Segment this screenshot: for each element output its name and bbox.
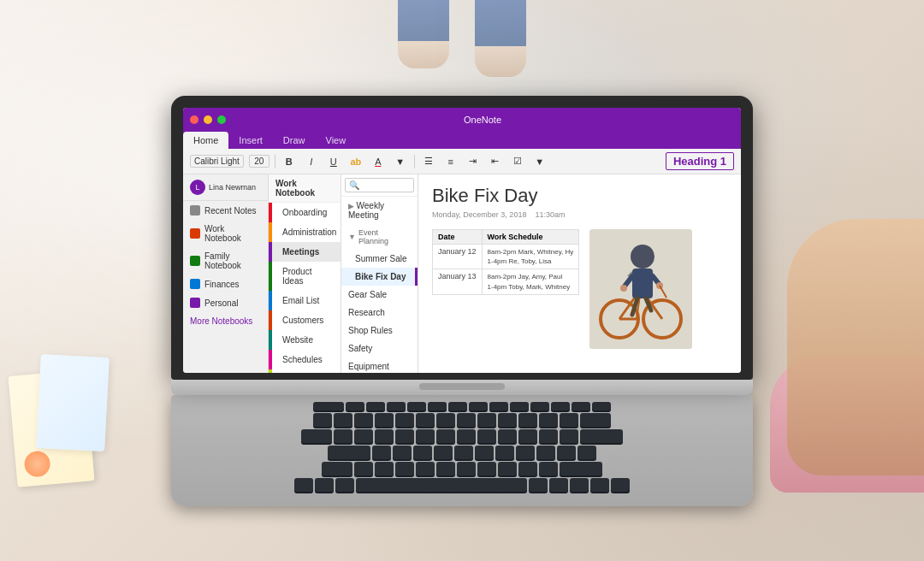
f6-key[interactable] — [448, 402, 467, 410]
power-key[interactable] — [592, 402, 611, 410]
sidebar-item-finances[interactable]: Finances — [183, 275, 268, 293]
7-key[interactable] — [457, 413, 476, 427]
sidebar-item-work[interactable]: Work Notebook — [183, 220, 268, 247]
3-key[interactable] — [375, 413, 394, 427]
6-key[interactable] — [436, 413, 455, 427]
c-key[interactable] — [395, 462, 414, 475]
pages-search-input[interactable] — [345, 178, 414, 192]
z-key[interactable] — [354, 462, 373, 475]
k-key[interactable] — [516, 446, 535, 459]
f9-key[interactable] — [510, 402, 529, 410]
rshift-key[interactable] — [560, 462, 602, 475]
page-summer-sale[interactable]: Summer Sale — [341, 250, 418, 268]
section-meetings[interactable]: Meetings — [269, 242, 341, 262]
section-onboarding[interactable]: Onboarding — [269, 203, 341, 222]
highlight-button[interactable]: ab — [347, 153, 364, 170]
font-size-selector[interactable]: 20 — [249, 155, 270, 168]
l-key[interactable] — [536, 446, 555, 459]
0-key[interactable] — [518, 413, 537, 427]
f11-key[interactable] — [551, 402, 570, 410]
capslock-key[interactable] — [328, 446, 370, 459]
x-key[interactable] — [375, 462, 394, 475]
quote-key[interactable] — [578, 446, 596, 459]
2-key[interactable] — [354, 413, 373, 427]
backtick-key[interactable] — [313, 413, 332, 427]
minus-key[interactable] — [539, 413, 558, 427]
o-key[interactable] — [498, 429, 517, 443]
s-key[interactable] — [393, 446, 412, 459]
section-product-ideas[interactable]: Product Ideas — [269, 262, 341, 291]
page-weekly-meeting[interactable]: ▶ Weekly Meeting — [341, 197, 418, 224]
8-key[interactable] — [477, 413, 496, 427]
f12-key[interactable] — [572, 402, 590, 410]
f10-key[interactable] — [530, 402, 549, 410]
tab-insert[interactable]: Insert — [228, 132, 273, 149]
v-key[interactable] — [416, 462, 435, 475]
tab-view[interactable]: View — [316, 132, 357, 149]
left-key[interactable] — [549, 478, 568, 492]
italic-button[interactable]: I — [303, 153, 320, 170]
lshift-key[interactable] — [322, 462, 352, 475]
f3-key[interactable] — [387, 402, 406, 410]
delete-key[interactable] — [580, 413, 611, 427]
f1-key[interactable] — [346, 402, 364, 410]
comma-key[interactable] — [498, 462, 517, 475]
maximize-button[interactable] — [217, 115, 226, 124]
equals-key[interactable] — [560, 413, 578, 427]
e-key[interactable] — [375, 429, 394, 443]
up-key[interactable] — [570, 478, 589, 492]
sidebar-item-personal[interactable]: Personal — [183, 293, 268, 312]
esc-key[interactable] — [313, 402, 344, 410]
option-key[interactable] — [335, 478, 354, 492]
f-key[interactable] — [434, 446, 453, 459]
d-key[interactable] — [413, 446, 432, 459]
f4-key[interactable] — [407, 402, 426, 410]
tab-home[interactable]: Home — [183, 132, 228, 149]
close-button[interactable] — [190, 115, 198, 124]
page-equipment[interactable]: Equipment — [341, 357, 418, 373]
more-notebooks-link[interactable]: More Notebooks — [183, 312, 268, 330]
f2-key[interactable] — [366, 402, 385, 410]
outdent-button[interactable]: ⇤ — [487, 153, 504, 170]
space-key[interactable] — [356, 478, 527, 492]
font-color-button[interactable]: A — [370, 153, 387, 170]
dropdown-button[interactable]: ▼ — [531, 153, 548, 170]
r-key[interactable] — [395, 429, 414, 443]
down-key[interactable] — [590, 478, 609, 492]
minimize-button[interactable] — [204, 115, 212, 124]
bold-button[interactable]: B — [281, 153, 298, 170]
b-key[interactable] — [436, 462, 455, 475]
page-research[interactable]: Research — [341, 304, 418, 322]
page-safety[interactable]: Safety — [341, 340, 418, 357]
more-formatting-button[interactable]: ▼ — [392, 153, 409, 170]
semicolon-key[interactable] — [557, 446, 576, 459]
sidebar-item-recent[interactable]: Recent Notes — [183, 201, 268, 220]
j-key[interactable] — [495, 446, 514, 459]
u-key[interactable] — [457, 429, 476, 443]
f7-key[interactable] — [469, 402, 488, 410]
checkbox-button[interactable]: ☑ — [509, 153, 526, 170]
section-customers[interactable]: Customers — [269, 310, 341, 330]
section-email-list[interactable]: Email List — [269, 291, 341, 310]
section-resources[interactable]: Resources — [269, 369, 341, 373]
section-administration[interactable]: Administration — [269, 222, 341, 242]
page-bike-fix-day[interactable]: Bike Fix Day — [341, 268, 418, 286]
section-schedules[interactable]: Schedules — [269, 350, 341, 369]
bullet-list-button[interactable]: ☰ — [420, 153, 437, 170]
roption-key[interactable] — [529, 478, 548, 492]
slash-key[interactable] — [539, 462, 558, 475]
page-shop-rules[interactable]: Shop Rules — [341, 322, 418, 340]
h-key[interactable] — [475, 446, 494, 459]
bracket-l-key[interactable] — [539, 429, 558, 443]
period-key[interactable] — [518, 462, 537, 475]
y-key[interactable] — [436, 429, 455, 443]
font-name-selector[interactable]: Calibri Light — [190, 155, 244, 168]
indent-button[interactable]: ⇥ — [465, 153, 482, 170]
note-content-area[interactable]: Bike Fix Day Monday, December 3, 2018 11… — [418, 174, 741, 373]
t-key[interactable] — [416, 429, 435, 443]
4-key[interactable] — [395, 413, 414, 427]
return-key[interactable] — [580, 429, 623, 443]
9-key[interactable] — [498, 413, 517, 427]
a-key[interactable] — [372, 446, 391, 459]
underline-button[interactable]: U — [325, 153, 342, 170]
